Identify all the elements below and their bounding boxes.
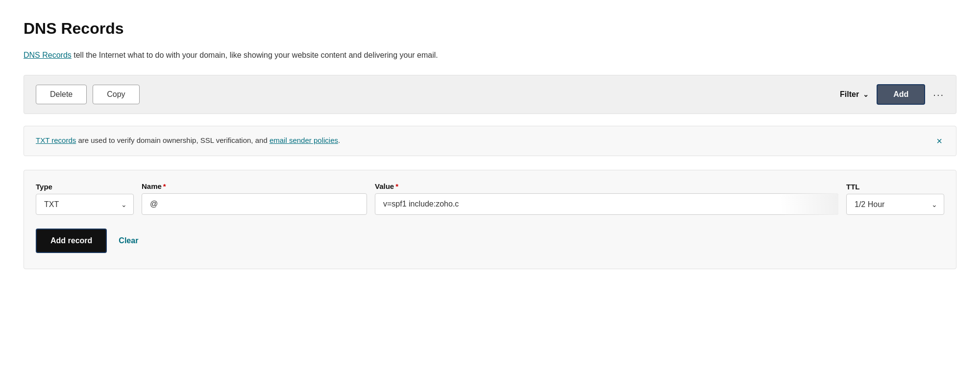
value-input[interactable] <box>375 193 838 215</box>
description-text: DNS Records tell the Internet what to do… <box>24 49 956 61</box>
toolbar-right: Filter ⌄ Add ··· <box>840 84 944 105</box>
txt-records-link[interactable]: TXT records <box>36 136 76 144</box>
close-banner-button[interactable]: × <box>934 136 944 146</box>
type-field: Type TXT A AAAA CNAME MX NS SOA SRV ⌄ <box>36 183 134 215</box>
more-options-button[interactable]: ··· <box>933 89 944 100</box>
type-select-wrapper: TXT A AAAA CNAME MX NS SOA SRV ⌄ <box>36 194 134 215</box>
form-fields-row: Type TXT A AAAA CNAME MX NS SOA SRV ⌄ Na… <box>36 182 944 215</box>
name-label: Name* <box>142 182 367 190</box>
name-input[interactable] <box>142 193 367 215</box>
clear-button[interactable]: Clear <box>119 236 138 245</box>
chevron-down-icon: ⌄ <box>863 91 869 98</box>
ttl-select[interactable]: 1/2 Hour 1 Hour 4 Hours 8 Hours 24 Hours <box>846 194 944 215</box>
type-select[interactable]: TXT A AAAA CNAME MX NS SOA SRV <box>36 194 134 215</box>
ttl-label: TTL <box>846 183 944 191</box>
filter-button[interactable]: Filter ⌄ <box>840 90 869 99</box>
email-sender-policies-link[interactable]: email sender policies <box>270 136 338 144</box>
filter-label: Filter <box>840 90 859 99</box>
value-label: Value* <box>375 182 838 190</box>
toolbar: Delete Copy Filter ⌄ Add ··· <box>24 75 956 114</box>
delete-button[interactable]: Delete <box>36 85 87 104</box>
info-banner: TXT records are used to verify domain ow… <box>24 126 956 156</box>
value-input-wrapper <box>375 193 838 215</box>
form-actions: Add record Clear <box>36 229 944 253</box>
add-record-button[interactable]: Add record <box>36 229 107 253</box>
copy-button[interactable]: Copy <box>93 85 139 104</box>
page-title: DNS Records <box>24 20 956 38</box>
name-field: Name* <box>142 182 367 215</box>
ttl-field: TTL 1/2 Hour 1 Hour 4 Hours 8 Hours 24 H… <box>846 183 944 215</box>
ttl-select-wrapper: 1/2 Hour 1 Hour 4 Hours 8 Hours 24 Hours… <box>846 194 944 215</box>
name-required-star: * <box>163 182 166 190</box>
value-required-star: * <box>395 182 398 190</box>
dns-record-form: Type TXT A AAAA CNAME MX NS SOA SRV ⌄ Na… <box>24 170 956 269</box>
toolbar-left: Delete Copy <box>36 85 834 104</box>
value-field: Value* <box>375 182 838 215</box>
dns-records-link[interactable]: DNS Records <box>24 51 72 59</box>
add-button[interactable]: Add <box>877 84 925 105</box>
type-label: Type <box>36 183 134 191</box>
info-text: TXT records are used to verify domain ow… <box>36 136 340 144</box>
